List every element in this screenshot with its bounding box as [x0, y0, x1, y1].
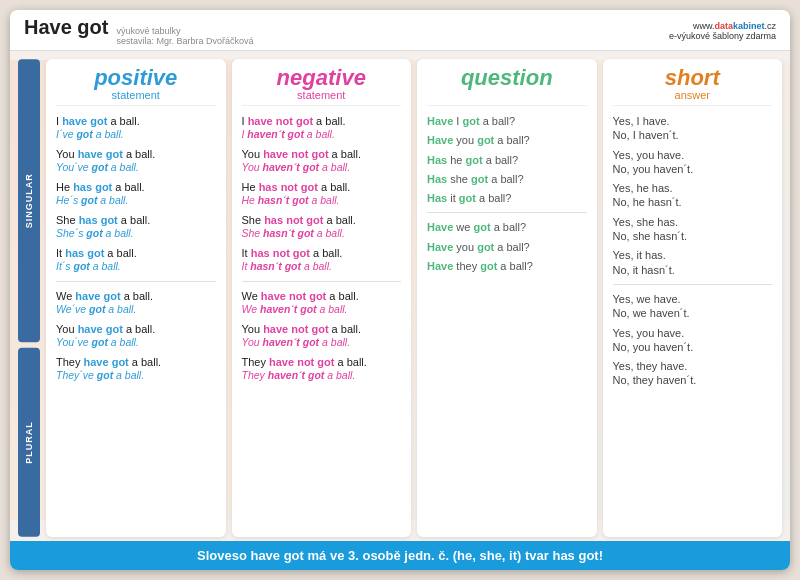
content-area: SINGULAR PLURAL positive statement I hav…	[10, 51, 790, 541]
entry-alt: We´ve got a ball.	[56, 303, 216, 317]
entry-pos: Yes, she has.	[613, 215, 773, 229]
entry-pos: Yes, they have.	[613, 359, 773, 373]
list-item: Yes, it has.No, it hasn´t.	[613, 248, 773, 277]
list-item: We have not got a ball.We haven´t got a …	[242, 289, 402, 317]
entry-neg: No, we haven´t.	[613, 306, 773, 320]
entry-alt: You´ve got a ball.	[56, 336, 216, 350]
entry-alt: You haven´t got a ball.	[242, 161, 402, 175]
entry-main: She has not got a ball.	[242, 213, 402, 227]
list-item: Yes, we have.No, we haven´t.	[613, 292, 773, 321]
entry-main: She has got a ball.	[56, 213, 216, 227]
list-item: Yes, she has.No, she hasn´t.	[613, 215, 773, 244]
entry-alt: She´s got a ball.	[56, 227, 216, 241]
website-sub: e-výukové šablony zdarma	[669, 31, 776, 41]
entry-alt: You haven´t got a ball.	[242, 336, 402, 350]
list-item: Has she got a ball?	[427, 172, 587, 186]
entry-main: It has not got a ball.	[242, 246, 402, 260]
entry-main: Has it got a ball?	[427, 191, 587, 205]
footer: Sloveso have got má ve 3. osobě jedn. č.…	[10, 541, 790, 570]
list-item: She has not got a ball.She hasn´t got a …	[242, 213, 402, 241]
header: Have got výukové tabulky sestavila: Mgr.…	[10, 10, 790, 51]
entry-pos: Yes, you have.	[613, 326, 773, 340]
list-item: Yes, you have.No, you haven´t.	[613, 148, 773, 177]
label-singular: SINGULAR	[18, 59, 40, 342]
entry-main: Have I got a ball?	[427, 114, 587, 128]
list-item: They have got a ball.They´ve got a ball.	[56, 355, 216, 383]
entry-alt: He hasn´t got a ball.	[242, 194, 402, 208]
list-item: Have you got a ball?	[427, 133, 587, 147]
entry-neg: No, you haven´t.	[613, 162, 773, 176]
list-item: I have not got a ball.I haven´t got a ba…	[242, 114, 402, 142]
list-item: Has it got a ball?	[427, 191, 587, 205]
list-item: Have you got a ball?	[427, 240, 587, 254]
entry-alt: It hasn´t got a ball.	[242, 260, 402, 274]
entry-alt: I´ve got a ball.	[56, 128, 216, 142]
header-left: Have got výukové tabulky sestavila: Mgr.…	[24, 16, 254, 46]
website-url: www.datakabinet.cz	[669, 21, 776, 31]
negative-title: negative	[242, 67, 402, 89]
positive-header: positive statement	[56, 67, 216, 106]
list-item: You have got a ball.You´ve got a ball.	[56, 322, 216, 350]
entry-main: They have got a ball.	[56, 355, 216, 369]
list-item: He has got a ball.He´s got a ball.	[56, 180, 216, 208]
header-subtitle-top: výukové tabulky	[116, 26, 253, 36]
entry-pos: Yes, you have.	[613, 148, 773, 162]
entry-main: Has he got a ball?	[427, 153, 587, 167]
column-positive: positive statement I have got a ball.I´v…	[46, 59, 226, 537]
entry-pos: Yes, I have.	[613, 114, 773, 128]
entry-neg: No, I haven´t.	[613, 128, 773, 142]
header-subtitle-bottom: sestavila: Mgr. Barbra Dvořáčková	[116, 36, 253, 46]
list-item: You have not got a ball.You haven´t got …	[242, 322, 402, 350]
list-item: Has he got a ball?	[427, 153, 587, 167]
entry-main: Have we got a ball?	[427, 220, 587, 234]
list-item: You have got a ball.You´ve got a ball.	[56, 147, 216, 175]
list-item: Yes, I have.No, I haven´t.	[613, 114, 773, 143]
entry-alt: She hasn´t got a ball.	[242, 227, 402, 241]
list-item: Have they got a ball?	[427, 259, 587, 273]
entry-alt: I haven´t got a ball.	[242, 128, 402, 142]
negative-entries: I have not got a ball.I haven´t got a ba…	[242, 114, 402, 529]
list-item: Yes, he has.No, he hasn´t.	[613, 181, 773, 210]
entry-neg: No, you haven´t.	[613, 340, 773, 354]
entry-main: I have not got a ball.	[242, 114, 402, 128]
list-item: Have I got a ball?	[427, 114, 587, 128]
entry-main: I have got a ball.	[56, 114, 216, 128]
question-header: question	[427, 67, 587, 106]
positive-subtitle: statement	[56, 89, 216, 101]
positive-title: positive	[56, 67, 216, 89]
entry-alt: We haven´t got a ball.	[242, 303, 402, 317]
entry-main: They have not got a ball.	[242, 355, 402, 369]
entry-neg: No, she hasn´t.	[613, 229, 773, 243]
page: Have got výukové tabulky sestavila: Mgr.…	[10, 10, 790, 570]
columns: positive statement I have got a ball.I´v…	[46, 59, 782, 537]
short-answer-title: short	[613, 67, 773, 89]
negative-subtitle: statement	[242, 89, 402, 101]
entry-main: He has got a ball.	[56, 180, 216, 194]
list-item: It has got a ball.It´s got a ball.	[56, 246, 216, 274]
entry-main: Have they got a ball?	[427, 259, 587, 273]
entry-main: Have you got a ball?	[427, 240, 587, 254]
footer-text: Sloveso have got má ve 3. osobě jedn. č.…	[197, 548, 603, 563]
list-item: Yes, they have.No, they haven´t.	[613, 359, 773, 388]
list-item: He has not got a ball.He hasn´t got a ba…	[242, 180, 402, 208]
short-answer-entries: Yes, I have.No, I haven´t.Yes, you have.…	[613, 114, 773, 529]
entry-neg: No, they haven´t.	[613, 373, 773, 387]
list-item: Have we got a ball?	[427, 220, 587, 234]
list-item: Yes, you have.No, you haven´t.	[613, 326, 773, 355]
question-title: question	[427, 67, 587, 89]
list-item: I have got a ball.I´ve got a ball.	[56, 114, 216, 142]
entry-alt: They haven´t got a ball.	[242, 369, 402, 383]
negative-header: negative statement	[242, 67, 402, 106]
entry-alt: You´ve got a ball.	[56, 161, 216, 175]
header-right: www.datakabinet.cz e-výukové šablony zda…	[669, 21, 776, 41]
entry-neg: No, it hasn´t.	[613, 263, 773, 277]
entry-main: We have not got a ball.	[242, 289, 402, 303]
entry-main: You have not got a ball.	[242, 147, 402, 161]
entry-main: We have got a ball.	[56, 289, 216, 303]
entry-main: You have got a ball.	[56, 147, 216, 161]
positive-entries: I have got a ball.I´ve got a ball.You ha…	[56, 114, 216, 529]
list-item: They have not got a ball.They haven´t go…	[242, 355, 402, 383]
entry-main: You have not got a ball.	[242, 322, 402, 336]
column-negative: negative statement I have not got a ball…	[232, 59, 412, 537]
column-short-answer: short answer Yes, I have.No, I haven´t.Y…	[603, 59, 783, 537]
